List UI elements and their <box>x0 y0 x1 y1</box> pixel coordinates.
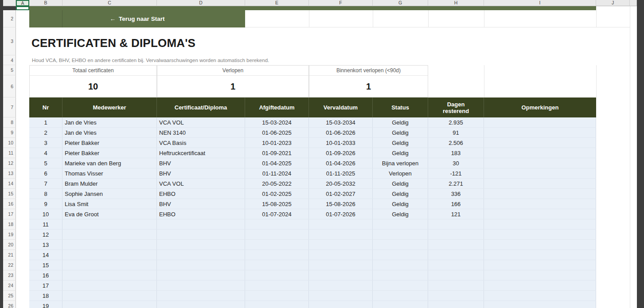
cell-certificaat[interactable]: BHV <box>157 158 245 168</box>
cell-afgiftedatum[interactable]: 01-09-2021 <box>245 148 309 158</box>
cell-nr[interactable]: 16 <box>29 270 62 280</box>
cell-nr[interactable]: 15 <box>29 260 62 270</box>
cell-afgiftedatum[interactable] <box>245 301 309 308</box>
cell-vervaldatum[interactable]: 01-04-2026 <box>309 158 373 168</box>
cell-certificaat[interactable] <box>157 301 245 308</box>
cell-opmerkingen[interactable] <box>484 138 596 148</box>
cell-status[interactable]: Geldig <box>373 138 428 148</box>
cell-afgiftedatum[interactable] <box>245 260 309 270</box>
row-header[interactable]: 8 <box>3 117 16 128</box>
cell-certificaat[interactable]: Heftruckcertificaat <box>157 148 245 158</box>
back-to-start-button[interactable]: ← Terug naar Start <box>29 10 245 27</box>
cell-dagen[interactable] <box>428 250 484 260</box>
cell-nr[interactable]: 9 <box>29 199 62 209</box>
cell-opmerkingen[interactable] <box>484 301 596 308</box>
cell-status[interactable] <box>373 281 428 290</box>
cell-certificaat[interactable]: VCA VOL <box>157 117 245 127</box>
cell-certificaat[interactable] <box>157 260 245 270</box>
cell-vervaldatum[interactable] <box>309 260 373 270</box>
cell-opmerkingen[interactable] <box>484 179 596 188</box>
cell-medewerker[interactable] <box>62 219 157 229</box>
row-header[interactable]: 26 <box>3 301 16 308</box>
cell-opmerkingen[interactable] <box>484 168 596 178</box>
table-header-medewerker[interactable]: Medewerker <box>62 97 157 117</box>
cell-certificaat[interactable]: NEN 3140 <box>157 128 245 137</box>
row-header[interactable]: 14 <box>3 179 16 189</box>
row-header[interactable]: 25 <box>3 291 16 301</box>
cell-opmerkingen[interactable] <box>484 158 596 168</box>
cell-certificaat[interactable] <box>157 219 245 229</box>
cell-afgiftedatum[interactable]: 01-02-2025 <box>245 189 309 199</box>
cell-status[interactable]: Geldig <box>373 209 428 219</box>
cell-vervaldatum[interactable]: 01-11-2025 <box>309 168 373 178</box>
cell-afgiftedatum[interactable] <box>245 291 309 300</box>
cell-opmerkingen[interactable] <box>484 270 596 280</box>
table-header-vervaldatum[interactable]: Vervaldatum <box>309 97 373 117</box>
table-header-dagen-resterend[interactable]: Dagen resterend <box>428 97 484 117</box>
row-header[interactable]: 11 <box>3 148 16 158</box>
cell-opmerkingen[interactable] <box>484 189 596 199</box>
row-header[interactable]: 5 <box>3 65 16 75</box>
cell-afgiftedatum[interactable] <box>245 250 309 260</box>
cell-opmerkingen[interactable] <box>484 281 596 290</box>
cell-afgiftedatum[interactable] <box>245 281 309 290</box>
cell-medewerker[interactable] <box>62 230 157 239</box>
row-header[interactable]: 17 <box>3 209 16 219</box>
cell-afgiftedatum[interactable] <box>245 270 309 280</box>
cell-nr[interactable]: 14 <box>29 250 62 260</box>
cell-medewerker[interactable]: Thomas Visser <box>62 168 157 178</box>
cell-status[interactable]: Geldig <box>373 179 428 188</box>
cell-opmerkingen[interactable] <box>484 240 596 250</box>
cell-dagen[interactable]: 166 <box>428 199 484 209</box>
cell-opmerkingen[interactable] <box>484 148 596 158</box>
column-header-c[interactable]: C <box>62 0 157 6</box>
cell-status[interactable] <box>373 270 428 280</box>
cell-dagen[interactable]: 2.935 <box>428 117 484 127</box>
cell-opmerkingen[interactable] <box>484 128 596 137</box>
cell-opmerkingen[interactable] <box>484 219 596 229</box>
cell-vervaldatum[interactable]: 15-08-2026 <box>309 199 373 209</box>
cell-certificaat[interactable] <box>157 291 245 300</box>
row-header[interactable]: 7 <box>3 97 16 117</box>
cell-certificaat[interactable]: EHBO <box>157 209 245 219</box>
cell-medewerker[interactable]: Jan de Vries <box>62 128 157 137</box>
cell-certificaat[interactable]: VCA Basis <box>157 138 245 148</box>
cell-afgiftedatum[interactable]: 01-11-2024 <box>245 168 309 178</box>
row-header[interactable]: 20 <box>3 240 16 250</box>
cell-vervaldatum[interactable]: 10-01-2033 <box>309 138 373 148</box>
cell-certificaat[interactable] <box>157 281 245 290</box>
cell-opmerkingen[interactable] <box>484 199 596 209</box>
cell-medewerker[interactable]: Eva de Groot <box>62 209 157 219</box>
cell-dagen[interactable] <box>428 291 484 300</box>
cell-afgiftedatum[interactable] <box>245 230 309 239</box>
cell-nr[interactable]: 19 <box>29 301 62 308</box>
cell-afgiftedatum[interactable] <box>245 219 309 229</box>
cell-certificaat[interactable]: BHV <box>157 199 245 209</box>
cell-dagen[interactable]: 183 <box>428 148 484 158</box>
cell-medewerker[interactable]: Jan de Vries <box>62 117 157 127</box>
stat-value[interactable]: 1 <box>309 76 428 97</box>
cell-dagen[interactable]: 336 <box>428 189 484 199</box>
cell-medewerker[interactable]: Pieter Bakker <box>62 148 157 158</box>
row-header[interactable]: 24 <box>3 281 16 291</box>
row-header[interactable]: 19 <box>3 230 16 240</box>
cell-certificaat[interactable]: BHV <box>157 168 245 178</box>
cell-vervaldatum[interactable]: 01-09-2026 <box>309 148 373 158</box>
stat-value[interactable]: 1 <box>157 76 308 97</box>
cell-medewerker[interactable] <box>62 301 157 308</box>
row-header[interactable]: 15 <box>3 189 16 199</box>
cell-status[interactable]: Geldig <box>373 199 428 209</box>
cell-afgiftedatum[interactable]: 01-07-2024 <box>245 209 309 219</box>
cell-opmerkingen[interactable] <box>484 260 596 270</box>
cell-medewerker[interactable]: Marieke van den Berg <box>62 158 157 168</box>
cell-certificaat[interactable] <box>157 230 245 239</box>
cell-medewerker[interactable]: Sophie Jansen <box>62 189 157 199</box>
row-header[interactable]: 18 <box>3 219 16 230</box>
stat-label[interactable]: Binnenkort verlopen (<90d) <box>309 66 428 76</box>
select-all-corner[interactable] <box>3 0 16 6</box>
cell-dagen[interactable] <box>428 219 484 229</box>
cell-dagen[interactable]: 2.506 <box>428 138 484 148</box>
cell-dagen[interactable]: 121 <box>428 209 484 219</box>
cell-vervaldatum[interactable]: 01-06-2026 <box>309 128 373 137</box>
cell-medewerker[interactable]: Pieter Bakker <box>62 138 157 148</box>
